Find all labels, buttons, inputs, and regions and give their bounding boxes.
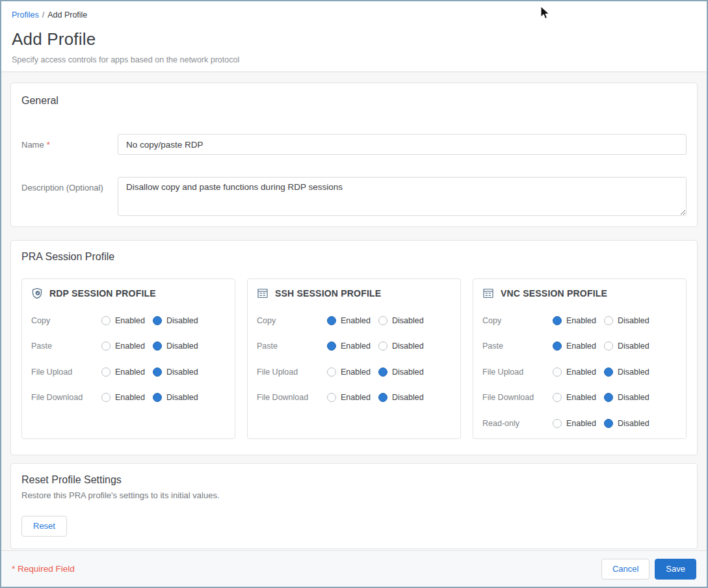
- card-rows: CopyEnabledDisabledPasteEnabledDisabledF…: [31, 316, 226, 403]
- session-setting-row: File DownloadEnabledDisabled: [482, 393, 677, 402]
- pra-heading: PRA Session Profile: [21, 251, 687, 263]
- enabled-option[interactable]: Enabled: [553, 393, 604, 402]
- card-rows: CopyEnabledDisabledPasteEnabledDisabledF…: [257, 316, 451, 403]
- enabled-radio-label: Enabled: [341, 393, 371, 402]
- required-field-note: * Required Field: [12, 564, 75, 574]
- breadcrumb-profiles-link[interactable]: Profiles: [12, 10, 39, 20]
- disabled-option[interactable]: Disabled: [153, 316, 198, 325]
- disabled-radio[interactable]: [378, 368, 387, 377]
- page-header: Profiles/Add Profile Add Profile Specify…: [1, 1, 707, 72]
- disabled-radio-label: Disabled: [166, 393, 198, 402]
- cancel-button[interactable]: Cancel: [601, 559, 649, 580]
- session-card-header: SSH SESSION PROFILE: [257, 287, 451, 299]
- disabled-option[interactable]: Disabled: [604, 341, 649, 351]
- enabled-option[interactable]: Enabled: [553, 341, 604, 351]
- pra-cards: RDP SESSION PROFILE CopyEnabledDisabledP…: [21, 278, 687, 439]
- session-profile-card: RDP SESSION PROFILE CopyEnabledDisabledP…: [21, 278, 235, 439]
- setting-label: File Download: [257, 393, 327, 402]
- disabled-option[interactable]: Disabled: [153, 393, 198, 402]
- general-section: General Name* Description (Optional) Dis…: [10, 83, 698, 227]
- disabled-option[interactable]: Disabled: [604, 368, 649, 377]
- enabled-option[interactable]: Enabled: [327, 316, 378, 325]
- enabled-radio[interactable]: [101, 341, 111, 351]
- enabled-option[interactable]: Enabled: [101, 316, 153, 325]
- disabled-option[interactable]: Disabled: [153, 368, 198, 377]
- enabled-radio[interactable]: [101, 368, 111, 377]
- add-profile-page: Profiles/Add Profile Add Profile Specify…: [0, 0, 708, 588]
- enabled-radio[interactable]: [553, 419, 562, 428]
- disabled-option[interactable]: Disabled: [378, 341, 424, 351]
- disabled-radio[interactable]: [153, 393, 162, 402]
- enabled-radio[interactable]: [327, 368, 336, 377]
- main-content: General Name* Description (Optional) Dis…: [1, 72, 707, 550]
- enabled-option[interactable]: Enabled: [327, 393, 378, 402]
- disabled-radio[interactable]: [153, 341, 162, 351]
- disabled-radio[interactable]: [604, 368, 613, 377]
- name-input[interactable]: [118, 134, 687, 155]
- disabled-radio[interactable]: [378, 393, 387, 402]
- enabled-radio[interactable]: [553, 368, 562, 377]
- page-footer: * Required Field Cancel Save: [1, 550, 707, 587]
- enabled-radio[interactable]: [327, 316, 336, 325]
- disabled-radio-label: Disabled: [392, 393, 424, 402]
- disabled-radio[interactable]: [153, 368, 162, 377]
- disabled-radio[interactable]: [604, 341, 613, 351]
- disabled-option[interactable]: Disabled: [378, 316, 424, 325]
- disabled-option[interactable]: Disabled: [378, 393, 424, 402]
- enabled-option[interactable]: Enabled: [327, 341, 378, 351]
- enabled-radio[interactable]: [327, 393, 336, 402]
- enabled-radio-label: Enabled: [115, 368, 145, 377]
- enabled-radio-label: Enabled: [115, 316, 145, 325]
- save-button[interactable]: Save: [655, 559, 696, 580]
- disabled-option[interactable]: Disabled: [153, 341, 198, 351]
- disabled-radio[interactable]: [153, 316, 162, 325]
- disabled-radio-label: Disabled: [618, 393, 649, 402]
- enabled-option[interactable]: Enabled: [553, 368, 604, 377]
- page-subtitle: Specify access controls for apps based o…: [12, 55, 696, 64]
- enabled-radio-label: Enabled: [115, 393, 145, 402]
- enabled-option[interactable]: Enabled: [101, 341, 153, 351]
- reset-profile-section: Reset Profile Settings Restore this PRA …: [10, 463, 698, 549]
- breadcrumb: Profiles/Add Profile: [12, 10, 696, 20]
- enabled-radio[interactable]: [553, 393, 562, 402]
- session-setting-row: PasteEnabledDisabled: [31, 341, 226, 351]
- disabled-option[interactable]: Disabled: [604, 393, 649, 402]
- reset-heading: Reset Profile Settings: [21, 474, 687, 486]
- session-profile-card: SSH SESSION PROFILE CopyEnabledDisabledP…: [247, 278, 461, 439]
- list-icon: [257, 287, 269, 299]
- session-setting-row: File UploadEnabledDisabled: [257, 368, 451, 377]
- reset-button[interactable]: Reset: [21, 516, 67, 537]
- disabled-option[interactable]: Disabled: [378, 368, 424, 377]
- setting-label: Paste: [257, 341, 327, 351]
- enabled-radio[interactable]: [553, 341, 562, 351]
- disabled-radio[interactable]: [378, 316, 387, 325]
- enabled-radio[interactable]: [101, 316, 111, 325]
- enabled-radio[interactable]: [327, 341, 336, 351]
- enabled-radio[interactable]: [553, 316, 562, 325]
- description-textarea[interactable]: Disallow copy and paste functions during…: [118, 177, 687, 216]
- disabled-radio-label: Disabled: [392, 368, 424, 377]
- session-setting-row: Read-onlyEnabledDisabled: [482, 419, 677, 428]
- pra-session-profile-section: PRA Session Profile RDP SESSION PROFILE …: [10, 240, 698, 455]
- disabled-radio[interactable]: [604, 316, 613, 325]
- session-setting-row: CopyEnabledDisabled: [31, 316, 226, 325]
- disabled-radio[interactable]: [604, 393, 613, 402]
- enabled-option[interactable]: Enabled: [101, 393, 153, 402]
- enabled-option[interactable]: Enabled: [553, 316, 604, 325]
- session-card-title: RDP SESSION PROFILE: [49, 288, 156, 299]
- enabled-radio-label: Enabled: [566, 316, 596, 325]
- enabled-option[interactable]: Enabled: [101, 368, 153, 377]
- disabled-radio-label: Disabled: [392, 341, 424, 351]
- enabled-option[interactable]: Enabled: [553, 419, 604, 428]
- disabled-option[interactable]: Disabled: [604, 316, 649, 325]
- disabled-radio[interactable]: [604, 419, 613, 428]
- enabled-radio[interactable]: [101, 393, 111, 402]
- session-setting-row: PasteEnabledDisabled: [482, 341, 677, 351]
- enabled-option[interactable]: Enabled: [327, 368, 378, 377]
- required-asterisk: *: [12, 564, 15, 574]
- disabled-option[interactable]: Disabled: [604, 419, 649, 428]
- disabled-radio-label: Disabled: [618, 419, 649, 428]
- disabled-radio[interactable]: [378, 341, 387, 351]
- setting-label: File Download: [482, 393, 553, 402]
- enabled-radio-label: Enabled: [566, 368, 596, 377]
